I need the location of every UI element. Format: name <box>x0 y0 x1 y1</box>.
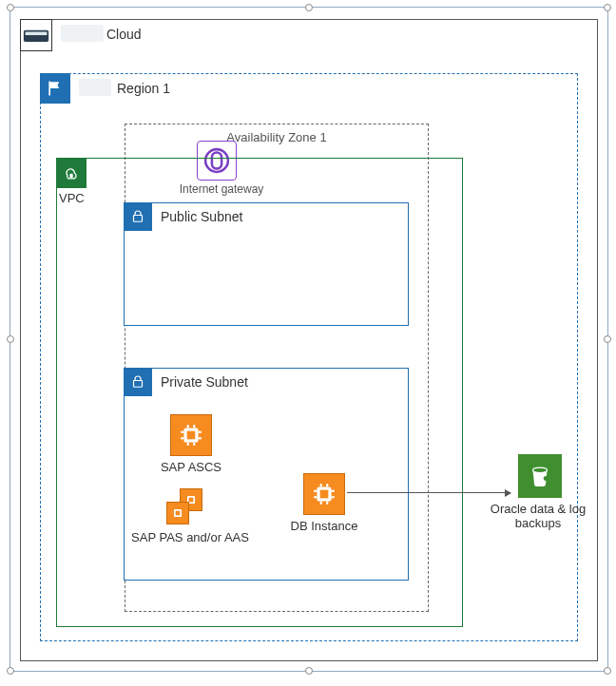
resize-handle-ne[interactable] <box>604 4 611 11</box>
resize-handle-s[interactable] <box>305 667 313 675</box>
svg-rect-1 <box>26 32 48 36</box>
s3-bucket-label: Oracle data & log backups <box>486 502 590 530</box>
sap-pas-aas-instance-icon-2[interactable] <box>166 502 189 524</box>
public-subnet-icon <box>124 202 152 231</box>
resize-handle-n[interactable] <box>305 4 313 11</box>
resize-handle-se[interactable] <box>604 667 611 675</box>
vpc-label: VPC <box>59 191 85 205</box>
svg-rect-8 <box>187 431 196 440</box>
db-instance-icon[interactable] <box>303 473 345 515</box>
cloud-label-pad <box>61 25 104 42</box>
arrow-db-to-s3 <box>347 492 510 493</box>
svg-rect-22 <box>320 490 329 499</box>
resize-handle-nw[interactable] <box>7 4 14 11</box>
resize-handle-e[interactable] <box>604 335 611 343</box>
sap-ascs-label: SAP ASCS <box>134 460 248 474</box>
sap-pas-aas-label: SAP PAS and/or AAS <box>128 530 252 544</box>
cloud-group[interactable]: Cloud Region 1 Availability Zone 1 Inter… <box>20 19 598 661</box>
vpc-icon <box>56 158 87 188</box>
public-subnet-label: Public Subnet <box>161 209 242 224</box>
vpc-group[interactable]: VPC Public Subnet Private Subnet <box>56 158 463 627</box>
availability-zone-label: Availability Zone 1 <box>226 130 326 144</box>
svg-rect-5 <box>134 216 143 222</box>
region-group[interactable]: Region 1 Availability Zone 1 Internet ga… <box>40 73 578 641</box>
cloud-icon <box>20 19 52 51</box>
svg-rect-18 <box>189 498 194 503</box>
region-label-pad <box>79 79 111 96</box>
s3-bucket-icon[interactable] <box>518 454 562 498</box>
svg-point-32 <box>544 476 549 481</box>
svg-point-31 <box>533 467 548 473</box>
svg-rect-20 <box>176 511 181 516</box>
diagram-canvas[interactable]: Cloud Region 1 Availability Zone 1 Inter… <box>10 7 608 672</box>
db-instance-label: DB Instance <box>267 519 381 533</box>
private-subnet-label: Private Subnet <box>161 374 248 390</box>
region-label: Region 1 <box>117 81 170 96</box>
resize-handle-sw[interactable] <box>7 667 14 675</box>
public-subnet-group[interactable]: Public Subnet <box>124 202 409 326</box>
svg-rect-4 <box>69 174 72 178</box>
sap-ascs-instance-icon[interactable] <box>170 414 212 456</box>
cloud-label: Cloud <box>106 27 142 42</box>
private-subnet-icon <box>124 368 152 396</box>
svg-rect-6 <box>134 381 143 388</box>
resize-handle-w[interactable] <box>7 335 14 343</box>
region-icon <box>40 73 70 104</box>
private-subnet-group[interactable]: Private Subnet SAP ASCS SAP PAS and/or A… <box>124 368 409 581</box>
